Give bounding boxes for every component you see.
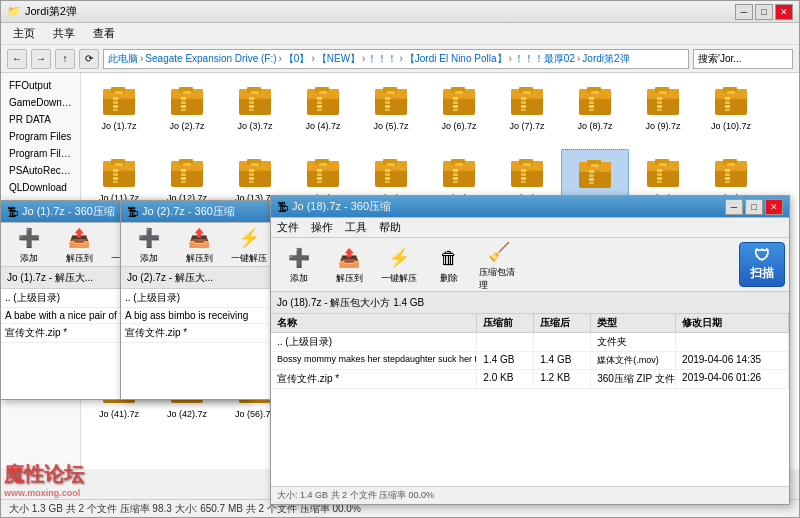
archive2-icon: 🗜: [127, 206, 138, 218]
left-item-psauto[interactable]: PSAutoRecov...: [1, 162, 80, 179]
archive3-extract-btn[interactable]: 📤 解压到: [325, 240, 373, 289]
svg-rect-4: [113, 97, 118, 100]
archive3-row-2[interactable]: 宣传文件.zip * 2.0 KB 1.2 KB 360压缩 ZIP 文件 20…: [271, 370, 789, 389]
archive3-minimize[interactable]: ─: [725, 199, 743, 215]
svg-rect-113: [249, 173, 254, 176]
search-input[interactable]: [693, 49, 793, 69]
svg-rect-12: [183, 91, 191, 94]
svg-rect-178: [725, 181, 730, 183]
archive3-add-btn[interactable]: ➕ 添加: [275, 240, 323, 289]
file-icon-0: [99, 81, 139, 121]
menu-home[interactable]: 主页: [5, 24, 43, 43]
menu-view[interactable]: 查看: [85, 24, 123, 43]
file-name-4: Jo (5).7z: [373, 121, 408, 132]
left-item-ql[interactable]: QLDownload: [1, 179, 80, 196]
file-icon-2: [235, 81, 275, 121]
archive3-close[interactable]: ✕: [765, 199, 783, 215]
archive3-delete-btn[interactable]: 🗑 删除: [425, 240, 473, 289]
file-item-8[interactable]: Jo (9).7z: [629, 77, 697, 149]
file-item-1[interactable]: Jo (2).7z: [153, 77, 221, 149]
svg-rect-7: [113, 109, 118, 111]
window-title: Jordi第2弹: [25, 4, 77, 19]
svg-rect-158: [589, 174, 594, 177]
svg-rect-124: [317, 181, 322, 183]
svg-rect-8: [120, 97, 125, 100]
archive3-path: Jo (18).7z - 解压包大小方 1.4 GB: [271, 292, 789, 314]
archive3-maximize[interactable]: □: [745, 199, 763, 215]
forward-button[interactable]: →: [31, 49, 51, 69]
archive1-add-btn[interactable]: ➕ 添加: [5, 220, 53, 269]
file-name-3: Jo (4).7z: [305, 121, 340, 132]
archive3-col-type: 类型: [591, 314, 676, 332]
refresh-button[interactable]: ⟳: [79, 49, 99, 69]
left-item-ffoutput[interactable]: FFOutput: [1, 77, 80, 94]
file-item-3[interactable]: Jo (4).7z: [289, 77, 357, 149]
archive3-row-0[interactable]: .. (上级目录) 文件夹: [271, 333, 789, 352]
svg-rect-69: [589, 105, 594, 108]
svg-rect-43: [385, 109, 390, 111]
left-item-programfiles2[interactable]: Program Files...: [1, 145, 80, 162]
svg-rect-70: [589, 109, 594, 111]
file-item-6[interactable]: Jo (7).7z: [493, 77, 561, 149]
maximize-button[interactable]: □: [755, 4, 773, 20]
svg-rect-3: [115, 91, 123, 94]
svg-rect-60: [521, 105, 526, 108]
archive3-menu-tools[interactable]: 工具: [345, 220, 367, 235]
back-button[interactable]: ←: [7, 49, 27, 69]
left-item-prdata[interactable]: PR DATA: [1, 111, 80, 128]
svg-rect-156: [591, 164, 599, 167]
path-current: Jordi第2弹: [582, 52, 629, 66]
file-item-0[interactable]: Jo (1).7z: [85, 77, 153, 149]
address-path[interactable]: 此电脑 › Seagate Expansion Drive (F:) › 【0】…: [103, 49, 689, 69]
svg-rect-107: [188, 169, 193, 172]
svg-rect-44: [392, 97, 397, 100]
archive3-menu-file[interactable]: 文件: [277, 220, 299, 235]
archive3-menu-ops[interactable]: 操作: [311, 220, 333, 235]
svg-rect-120: [319, 163, 327, 166]
archive3-onekey-icon: ⚡: [385, 244, 413, 272]
close-button[interactable]: ✕: [775, 4, 793, 20]
file-item-2[interactable]: Jo (3).7z: [221, 77, 289, 149]
menu-share[interactable]: 共享: [45, 24, 83, 43]
archive3-scan-button[interactable]: 🛡 扫描: [739, 242, 785, 287]
svg-rect-106: [181, 181, 186, 183]
archive3-row-1[interactable]: Bossy mommy makes her stepdaughter suck …: [271, 352, 789, 370]
left-item-programfiles1[interactable]: Program Files: [1, 128, 80, 145]
archive3-onekey-btn[interactable]: ⚡ 一键解压: [375, 240, 423, 289]
svg-rect-96: [113, 177, 118, 180]
svg-rect-149: [521, 173, 526, 176]
svg-rect-32: [317, 101, 322, 104]
svg-rect-134: [392, 169, 397, 172]
file-icon-5: [439, 81, 479, 121]
archive2-onekey-btn[interactable]: ⚡ 一键解压: [225, 220, 273, 269]
svg-rect-98: [120, 169, 125, 172]
archive3-extract-icon: 📤: [335, 244, 363, 272]
svg-rect-174: [727, 163, 735, 166]
file-item-9[interactable]: Jo (10).7z: [697, 77, 765, 149]
svg-rect-21: [251, 91, 259, 94]
svg-rect-78: [657, 105, 662, 108]
archive3-clean-btn[interactable]: 🧹 压缩包清理: [475, 234, 523, 296]
archive1-add-icon: ➕: [15, 224, 43, 252]
window-icon: 📁: [7, 5, 21, 18]
file-item-5[interactable]: Jo (6).7z: [425, 77, 493, 149]
svg-rect-16: [181, 109, 186, 111]
archive2-extract-btn[interactable]: 📤 解压到: [175, 220, 223, 269]
svg-rect-30: [319, 91, 327, 94]
up-button[interactable]: ↑: [55, 49, 75, 69]
svg-rect-102: [183, 163, 191, 166]
svg-rect-33: [317, 105, 322, 108]
archive2-add-btn[interactable]: ➕ 添加: [125, 220, 173, 269]
file-item-7[interactable]: Jo (8).7z: [561, 77, 629, 149]
svg-rect-115: [249, 181, 254, 183]
archive1-extract-btn[interactable]: 📤 解压到: [55, 220, 103, 269]
svg-rect-166: [657, 169, 662, 172]
svg-rect-5: [113, 101, 118, 104]
svg-rect-15: [181, 105, 186, 108]
svg-rect-160: [589, 182, 594, 184]
archive3-delete-icon: 🗑: [435, 244, 463, 272]
minimize-button[interactable]: ─: [735, 4, 753, 20]
archive3-menu-help[interactable]: 帮助: [379, 220, 401, 235]
left-item-gamedownlo[interactable]: GameDownlo...: [1, 94, 80, 111]
file-item-4[interactable]: Jo (5).7z: [357, 77, 425, 149]
